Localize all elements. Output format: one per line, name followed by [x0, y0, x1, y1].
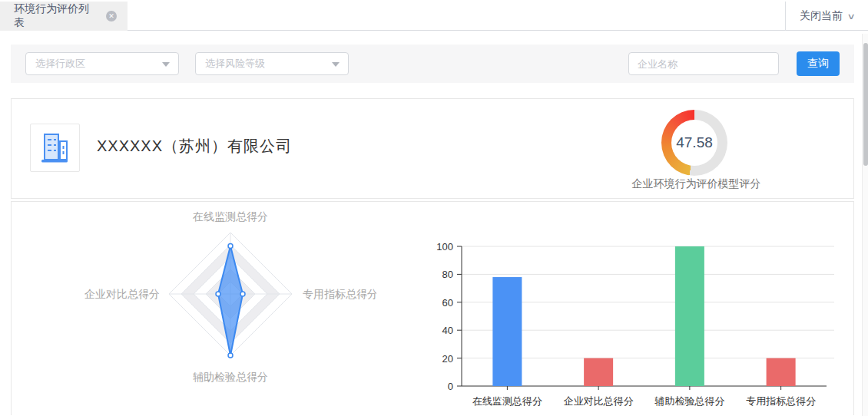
- svg-text:企业对比总得分: 企业对比总得分: [84, 288, 160, 300]
- svg-text:辅助检验总得分: 辅助检验总得分: [654, 395, 724, 407]
- svg-text:0: 0: [448, 381, 453, 392]
- score-value: 47.58: [676, 134, 713, 151]
- caret-down-icon: [332, 62, 340, 67]
- svg-text:在线监测总得分: 在线监测总得分: [472, 395, 542, 407]
- chevron-down-icon: ∨: [846, 12, 855, 21]
- svg-text:在线监测总得分: 在线监测总得分: [192, 210, 268, 223]
- search-button[interactable]: 查询: [797, 51, 840, 76]
- tab-label: 环境行为评价列表: [14, 2, 99, 30]
- charts-card: 在线监测总得分专用指标总得分辅助检验总得分企业对比总得分 02040608010…: [11, 201, 854, 415]
- district-select[interactable]: 选择行政区: [25, 52, 179, 75]
- risk-level-select-placeholder: 选择风险等级: [205, 57, 265, 71]
- svg-text:辅助检验总得分: 辅助检验总得分: [193, 371, 268, 383]
- svg-text:20: 20: [442, 353, 453, 365]
- bar-chart: 020406080100在线监测总得分企业对比总得分辅助检验总得分专用指标总得分: [426, 223, 854, 415]
- filter-bar: 选择行政区 选择风险等级 查询: [11, 45, 854, 83]
- company-card: XXXXXX（苏州）有限公司 47.58 企业环境行为评价模型评分: [11, 98, 854, 199]
- building-icon: [30, 124, 80, 172]
- caret-down-icon: [162, 62, 170, 67]
- radar-chart: 在线监测总得分专用指标总得分辅助检验总得分企业对比总得分: [84, 202, 376, 401]
- tab-close-icon[interactable]: ✕: [106, 11, 117, 21]
- score-gauge-label: 企业环境行为评价模型评分: [610, 177, 783, 191]
- score-gauge-inner: 47.58: [671, 120, 717, 166]
- district-select-placeholder: 选择行政区: [35, 57, 85, 71]
- risk-level-select[interactable]: 选择风险等级: [195, 52, 349, 75]
- svg-text:100: 100: [436, 241, 453, 253]
- company-name-input[interactable]: [628, 52, 779, 75]
- tab-env-eval-list[interactable]: 环境行为评价列表 ✕: [0, 2, 128, 31]
- close-current-label: 关闭当前: [800, 9, 843, 23]
- tab-bar: 环境行为评价列表 ✕ 关闭当前 ∨: [0, 0, 868, 31]
- env-eval-page: 环境行为评价列表 ✕ 关闭当前 ∨ 选择行政区 选择风险等级 查询: [0, 0, 868, 416]
- svg-text:专用指标总得分: 专用指标总得分: [746, 395, 816, 407]
- svg-text:专用指标总得分: 专用指标总得分: [303, 288, 376, 300]
- scrollbar-track[interactable]: [862, 34, 868, 416]
- svg-text:60: 60: [442, 297, 453, 309]
- close-current-dropdown[interactable]: 关闭当前 ∨: [785, 2, 862, 31]
- score-gauge: 47.58: [661, 110, 727, 176]
- svg-text:40: 40: [442, 325, 453, 336]
- scrollbar-thumb[interactable]: [863, 43, 868, 166]
- svg-text:80: 80: [442, 269, 453, 280]
- svg-text:企业对比总得分: 企业对比总得分: [564, 395, 634, 407]
- company-name: XXXXXX（苏州）有限公司: [97, 136, 292, 157]
